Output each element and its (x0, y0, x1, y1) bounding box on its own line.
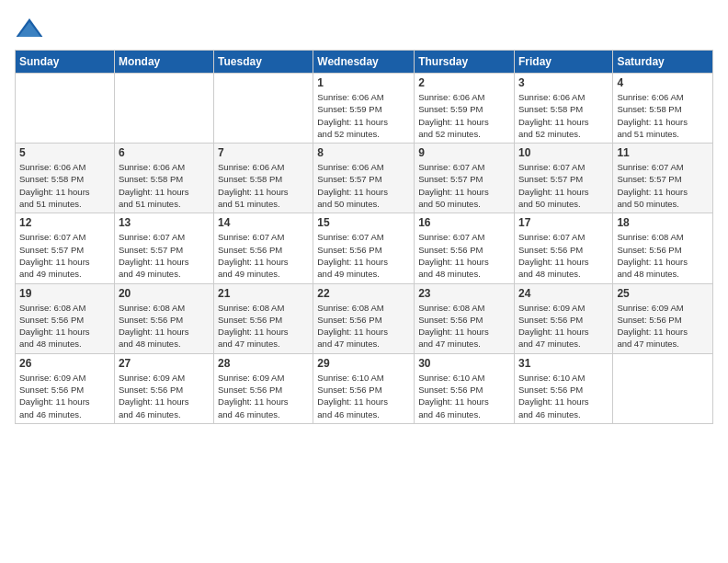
day-number: 17 (518, 216, 609, 229)
day-number: 13 (119, 216, 210, 229)
calendar-week-5: 26Sunrise: 6:09 AM Sunset: 5:56 PM Dayli… (16, 353, 713, 423)
day-info: Sunrise: 6:07 AM Sunset: 5:56 PM Dayligh… (518, 231, 609, 280)
day-number: 24 (518, 287, 609, 300)
calendar-cell: 26Sunrise: 6:09 AM Sunset: 5:56 PM Dayli… (16, 353, 115, 423)
calendar-week-4: 19Sunrise: 6:08 AM Sunset: 5:56 PM Dayli… (16, 283, 713, 353)
calendar-cell (613, 353, 713, 423)
calendar-cell: 2Sunrise: 6:06 AM Sunset: 5:59 PM Daylig… (415, 74, 515, 144)
page-header (15, 15, 713, 44)
calendar-cell (16, 74, 115, 144)
day-info: Sunrise: 6:07 AM Sunset: 5:57 PM Dayligh… (418, 161, 510, 210)
day-info: Sunrise: 6:10 AM Sunset: 5:56 PM Dayligh… (518, 372, 609, 420)
calendar-cell: 4Sunrise: 6:06 AM Sunset: 5:58 PM Daylig… (613, 74, 713, 144)
day-info: Sunrise: 6:07 AM Sunset: 5:57 PM Dayligh… (119, 231, 210, 280)
calendar-body: 1Sunrise: 6:06 AM Sunset: 5:59 PM Daylig… (16, 74, 713, 424)
day-number: 23 (418, 287, 510, 300)
day-number: 14 (218, 216, 309, 229)
calendar-cell: 1Sunrise: 6:06 AM Sunset: 5:59 PM Daylig… (313, 74, 415, 144)
calendar-week-2: 5Sunrise: 6:06 AM Sunset: 5:58 PM Daylig… (16, 144, 713, 213)
day-info: Sunrise: 6:07 AM Sunset: 5:57 PM Dayligh… (518, 161, 609, 210)
day-info: Sunrise: 6:06 AM Sunset: 5:58 PM Dayligh… (518, 91, 609, 140)
day-number: 4 (617, 76, 709, 89)
day-info: Sunrise: 6:07 AM Sunset: 5:56 PM Dayligh… (218, 231, 309, 280)
day-info: Sunrise: 6:06 AM Sunset: 5:57 PM Dayligh… (317, 161, 410, 210)
calendar-cell: 15Sunrise: 6:07 AM Sunset: 5:56 PM Dayli… (313, 213, 415, 283)
day-number: 19 (19, 287, 110, 300)
calendar-cell: 21Sunrise: 6:08 AM Sunset: 5:56 PM Dayli… (214, 283, 313, 353)
calendar-header-row: SundayMondayTuesdayWednesdayThursdayFrid… (16, 51, 713, 74)
day-info: Sunrise: 6:07 AM Sunset: 5:56 PM Dayligh… (317, 231, 410, 280)
day-info: Sunrise: 6:07 AM Sunset: 5:57 PM Dayligh… (19, 231, 110, 280)
calendar-cell: 14Sunrise: 6:07 AM Sunset: 5:56 PM Dayli… (214, 213, 313, 283)
day-info: Sunrise: 6:09 AM Sunset: 5:56 PM Dayligh… (617, 302, 709, 350)
calendar-cell: 23Sunrise: 6:08 AM Sunset: 5:56 PM Dayli… (415, 283, 515, 353)
calendar-header-saturday: Saturday (613, 51, 713, 74)
day-info: Sunrise: 6:08 AM Sunset: 5:56 PM Dayligh… (19, 302, 110, 350)
day-info: Sunrise: 6:06 AM Sunset: 5:58 PM Dayligh… (19, 161, 110, 210)
calendar-cell: 10Sunrise: 6:07 AM Sunset: 5:57 PM Dayli… (514, 144, 612, 213)
day-info: Sunrise: 6:07 AM Sunset: 5:56 PM Dayligh… (418, 231, 510, 280)
day-info: Sunrise: 6:06 AM Sunset: 5:59 PM Dayligh… (418, 91, 510, 140)
day-number: 12 (19, 216, 110, 229)
day-number: 15 (317, 216, 410, 229)
day-number: 1 (317, 76, 410, 89)
day-info: Sunrise: 6:08 AM Sunset: 5:56 PM Dayligh… (119, 302, 210, 350)
day-number: 11 (617, 146, 709, 159)
day-number: 22 (317, 287, 410, 300)
day-info: Sunrise: 6:08 AM Sunset: 5:56 PM Dayligh… (617, 231, 709, 280)
day-info: Sunrise: 6:06 AM Sunset: 5:58 PM Dayligh… (617, 91, 709, 140)
calendar-header-monday: Monday (114, 51, 213, 74)
calendar-cell: 5Sunrise: 6:06 AM Sunset: 5:58 PM Daylig… (16, 144, 115, 213)
day-number: 7 (218, 146, 309, 159)
calendar-cell: 28Sunrise: 6:09 AM Sunset: 5:56 PM Dayli… (214, 353, 313, 423)
day-number: 9 (418, 146, 510, 159)
day-info: Sunrise: 6:06 AM Sunset: 5:58 PM Dayligh… (218, 161, 309, 210)
day-info: Sunrise: 6:09 AM Sunset: 5:56 PM Dayligh… (119, 372, 210, 420)
calendar-cell: 29Sunrise: 6:10 AM Sunset: 5:56 PM Dayli… (313, 353, 415, 423)
day-info: Sunrise: 6:07 AM Sunset: 5:57 PM Dayligh… (617, 161, 709, 210)
calendar-cell (214, 74, 313, 144)
calendar-cell: 12Sunrise: 6:07 AM Sunset: 5:57 PM Dayli… (16, 213, 115, 283)
day-number: 27 (119, 357, 210, 370)
calendar-header-sunday: Sunday (16, 51, 115, 74)
day-number: 2 (418, 76, 510, 89)
calendar-cell: 31Sunrise: 6:10 AM Sunset: 5:56 PM Dayli… (514, 353, 612, 423)
day-number: 31 (518, 357, 609, 370)
calendar-cell: 20Sunrise: 6:08 AM Sunset: 5:56 PM Dayli… (114, 283, 213, 353)
calendar-cell: 11Sunrise: 6:07 AM Sunset: 5:57 PM Dayli… (613, 144, 713, 213)
day-info: Sunrise: 6:06 AM Sunset: 5:59 PM Dayligh… (317, 91, 410, 140)
calendar-cell: 18Sunrise: 6:08 AM Sunset: 5:56 PM Dayli… (613, 213, 713, 283)
calendar-cell: 25Sunrise: 6:09 AM Sunset: 5:56 PM Dayli… (613, 283, 713, 353)
day-info: Sunrise: 6:08 AM Sunset: 5:56 PM Dayligh… (418, 302, 510, 350)
day-number: 21 (218, 287, 309, 300)
day-info: Sunrise: 6:08 AM Sunset: 5:56 PM Dayligh… (317, 302, 410, 350)
calendar-cell: 27Sunrise: 6:09 AM Sunset: 5:56 PM Dayli… (114, 353, 213, 423)
day-number: 3 (518, 76, 609, 89)
calendar-cell: 9Sunrise: 6:07 AM Sunset: 5:57 PM Daylig… (415, 144, 515, 213)
day-info: Sunrise: 6:06 AM Sunset: 5:58 PM Dayligh… (119, 161, 210, 210)
calendar-cell: 13Sunrise: 6:07 AM Sunset: 5:57 PM Dayli… (114, 213, 213, 283)
day-number: 28 (218, 357, 309, 370)
day-number: 20 (119, 287, 210, 300)
logo-icon (15, 15, 44, 44)
calendar-week-3: 12Sunrise: 6:07 AM Sunset: 5:57 PM Dayli… (16, 213, 713, 283)
day-number: 6 (119, 146, 210, 159)
day-info: Sunrise: 6:09 AM Sunset: 5:56 PM Dayligh… (19, 372, 110, 420)
calendar-cell: 22Sunrise: 6:08 AM Sunset: 5:56 PM Dayli… (313, 283, 415, 353)
logo (15, 15, 48, 44)
day-info: Sunrise: 6:09 AM Sunset: 5:56 PM Dayligh… (518, 302, 609, 350)
calendar-cell: 19Sunrise: 6:08 AM Sunset: 5:56 PM Dayli… (16, 283, 115, 353)
day-number: 30 (418, 357, 510, 370)
day-number: 18 (617, 216, 709, 229)
calendar-table: SundayMondayTuesdayWednesdayThursdayFrid… (15, 50, 713, 424)
calendar-cell: 8Sunrise: 6:06 AM Sunset: 5:57 PM Daylig… (313, 144, 415, 213)
day-number: 25 (617, 287, 709, 300)
calendar-cell: 3Sunrise: 6:06 AM Sunset: 5:58 PM Daylig… (514, 74, 612, 144)
calendar-header-thursday: Thursday (415, 51, 515, 74)
calendar-cell: 30Sunrise: 6:10 AM Sunset: 5:56 PM Dayli… (415, 353, 515, 423)
day-number: 26 (19, 357, 110, 370)
calendar-cell: 16Sunrise: 6:07 AM Sunset: 5:56 PM Dayli… (415, 213, 515, 283)
calendar-cell (114, 74, 213, 144)
day-number: 5 (19, 146, 110, 159)
calendar-cell: 24Sunrise: 6:09 AM Sunset: 5:56 PM Dayli… (514, 283, 612, 353)
